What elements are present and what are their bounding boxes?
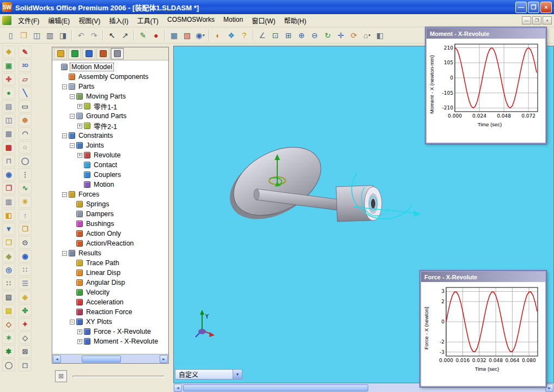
propertymanager-tab[interactable] [68,48,81,59]
tree-item[interactable]: Linear Disp [53,268,168,278]
assembly-tool-8-button[interactable]: ▩ [2,141,15,154]
tree-item[interactable]: −Constraints [53,131,168,140]
timeline-toggle-button[interactable]: ⊠ [55,370,67,382]
options-panel-button[interactable]: ▧ [181,29,193,41]
tree-item[interactable]: +零件1-1 [53,101,168,111]
chevron-down-icon[interactable]: ▼ [233,370,242,379]
tree-item[interactable]: −Parts [53,82,168,91]
tree-item[interactable]: +Revolute [53,150,168,160]
sketch-tool-4-button[interactable]: ╲ [19,87,32,99]
sketch-tool-9-button[interactable]: ◯ [19,155,32,167]
scroll-right-icon[interactable]: ► [160,355,168,363]
sketch-tool-7-button[interactable]: ◠ [19,127,32,140]
tree-item[interactable]: Motion [53,180,168,189]
tree-item[interactable]: Contact [53,160,168,170]
view-config-combobox[interactable]: 自定义 ▼ [175,369,242,379]
assembly-tool-22-button[interactable]: ✶ [2,332,15,344]
undo-button[interactable]: ↶ [75,29,87,41]
save-button[interactable]: ◫ [31,29,43,41]
tree-item[interactable]: −Joints [53,140,168,150]
assembly-tool-24-button[interactable]: ◯ [2,359,15,371]
tree-item[interactable]: Trace Path [53,258,168,268]
chart-titlebar[interactable]: Moment - X-Revolute [427,28,545,39]
redo-button[interactable]: ↷ [88,29,100,41]
sketch-tool-10-button[interactable]: ⋮ [19,168,32,181]
timeline-slider[interactable] [72,376,165,377]
tree-item[interactable]: Motion Model [53,62,168,72]
sketch-point-button[interactable]: ● [150,29,162,41]
tree-item[interactable]: +Force - X-Revolute [53,327,168,336]
menu-item[interactable]: 视图(V) [74,14,105,27]
menu-item[interactable]: Motion [219,14,247,27]
sketch-tool-17-button[interactable]: ∷ [19,264,32,276]
scroll-right-icon[interactable]: ► [545,384,553,392]
assembly-tool-14-button[interactable]: ▼ [2,223,15,235]
sketch-tool-2-button[interactable]: 3D [19,59,32,72]
cylinder-part[interactable] [336,186,382,222]
tree-item[interactable]: Couplers [53,170,168,180]
assembly-tool-16-button[interactable]: ◆ [2,250,15,262]
tree-item[interactable]: Action Only [53,229,168,238]
rotate-view-button[interactable]: ⟳ [348,29,360,41]
print-preview-button[interactable]: ◨ [57,29,69,41]
mdi-minimize-button[interactable]: — [522,16,531,24]
menu-item[interactable]: 帮助(H) [279,14,311,27]
scroll-thumb[interactable] [183,384,368,391]
tree-item[interactable]: Assembly Components [53,72,168,82]
tree-item[interactable]: +Moment - X-Revolute [53,336,168,346]
expand-icon[interactable]: + [77,124,82,128]
assembly-tools-button[interactable]: ❖ [225,29,238,41]
sketch-tool-1-button[interactable]: ✎ [19,46,32,58]
standard-views-button[interactable]: ⌂▾ [361,29,373,41]
sketch-tool-16-button[interactable]: ◉ [19,250,32,262]
disc-part[interactable] [218,133,333,233]
tree-item[interactable]: Bushings [53,219,168,229]
tree-item[interactable]: −XY Plots [53,317,168,327]
close-button[interactable]: × [540,2,552,13]
collapse-icon[interactable]: − [62,84,67,89]
sketch-tool-13-button[interactable]: ↑ [19,209,32,222]
display-style-button[interactable]: ◧ [374,29,386,41]
help-button[interactable]: ? [238,29,251,41]
tree-item[interactable]: −Moving Parts [53,91,168,101]
tree-item[interactable]: −Ground Parts [53,111,168,121]
scroll-thumb[interactable] [82,356,121,363]
print-button[interactable]: ▥ [44,29,56,41]
grid-button[interactable]: ▦ [168,29,180,41]
zoom-to-fit-button[interactable]: ⊡ [269,29,282,41]
pan-button[interactable]: ✛ [334,29,347,41]
assembly-tool-3-button[interactable]: ✚ [2,73,15,85]
assembly-tool-7-button[interactable]: ▦ [2,127,15,140]
expand-icon[interactable]: + [77,339,82,344]
titlebar[interactable]: SW SolidWorks Office Premium 2006 - [装配体… [0,0,554,14]
zoom-out-button[interactable]: ⊖ [308,29,321,41]
sketch-tool-5-button[interactable]: ▭ [19,100,32,113]
collapse-icon[interactable]: − [62,133,67,138]
tree-item[interactable]: Reaction Force [53,307,168,317]
expand-icon[interactable]: + [77,153,82,158]
sketch-tool-24-button[interactable]: ◻ [19,359,32,371]
menu-item[interactable]: 窗口(W) [247,14,279,27]
assembly-tool-9-button[interactable]: ⊓ [2,155,15,167]
sketch-tool-19-button[interactable]: ◈ [19,291,32,303]
collapse-icon[interactable]: − [70,143,75,148]
collapse-icon[interactable]: − [70,94,75,99]
menu-item[interactable]: COSMOSWorks [163,14,219,27]
select-other-button[interactable]: ↗ [119,29,131,41]
tree-item[interactable]: Dampers [53,209,168,219]
assembly-tool-1-button[interactable]: ❖ [2,46,15,58]
new-document-button[interactable]: ▯ [4,29,17,41]
tree-item[interactable]: Acceleration [53,297,168,307]
sketch-tool-15-button[interactable]: ⊙ [19,236,32,249]
configurationmanager-tab[interactable] [82,48,95,59]
tree-item[interactable]: +零件2-1 [53,121,168,131]
restore-button[interactable]: ❐ [528,2,539,13]
expand-icon[interactable]: + [77,104,82,109]
tree-item[interactable]: Action/Reaction [53,238,168,248]
assembly-tool-10-button[interactable]: ◉ [2,168,15,181]
expand-icon[interactable]: + [77,329,82,334]
collapse-icon[interactable]: − [62,251,67,256]
open-document-button[interactable]: ❒ [17,29,30,41]
assembly-tool-11-button[interactable]: ❐ [2,182,15,194]
view-orientation-button[interactable]: ◉▾ [194,29,206,41]
